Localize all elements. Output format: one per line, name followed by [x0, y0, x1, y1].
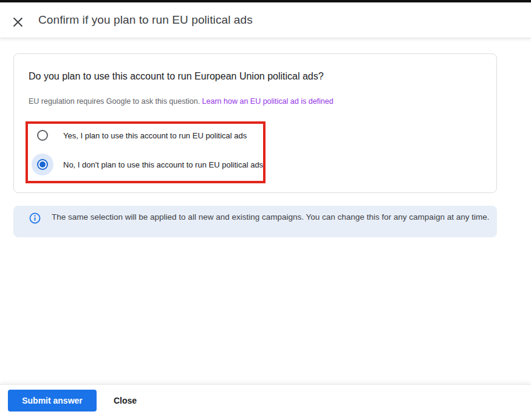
radio-option-yes-label: Yes, I plan to use this account to run E… — [63, 131, 247, 140]
radio-option-no-label: No, I don't plan to use this account to … — [63, 160, 263, 169]
close-icon[interactable] — [11, 15, 24, 29]
info-icon — [29, 212, 41, 224]
eu-political-ad-definition-link[interactable]: Learn how an EU political ad is defined — [202, 97, 334, 106]
radio-halo — [32, 124, 53, 146]
radio-unselected-icon[interactable] — [37, 130, 48, 141]
close-icon-glyph — [13, 17, 23, 27]
info-banner: The same selection will be applied to al… — [13, 206, 497, 237]
helper-static-text: EU regulation requires Google to ask thi… — [29, 97, 202, 106]
dialog-title: Confirm if you plan to run EU political … — [38, 13, 253, 27]
radio-option-yes[interactable]: Yes, I plan to use this account to run E… — [32, 124, 247, 146]
eu-political-ads-dialog: Confirm if you plan to run EU political … — [0, 0, 531, 420]
dialog-footer: Submit answer Close — [0, 384, 531, 420]
info-banner-text: The same selection will be applied to al… — [52, 211, 490, 223]
question-text: Do you plan to use this account to run E… — [29, 71, 324, 82]
helper-text: EU regulation requires Google to ask thi… — [29, 97, 334, 106]
radio-selected-icon[interactable] — [37, 159, 48, 170]
radio-halo — [32, 154, 53, 175]
submit-answer-button[interactable]: Submit answer — [8, 390, 97, 412]
radio-option-no[interactable]: No, I don't plan to use this account to … — [32, 154, 263, 175]
close-button[interactable]: Close — [110, 390, 140, 412]
dialog-header: Confirm if you plan to run EU political … — [0, 2, 531, 38]
